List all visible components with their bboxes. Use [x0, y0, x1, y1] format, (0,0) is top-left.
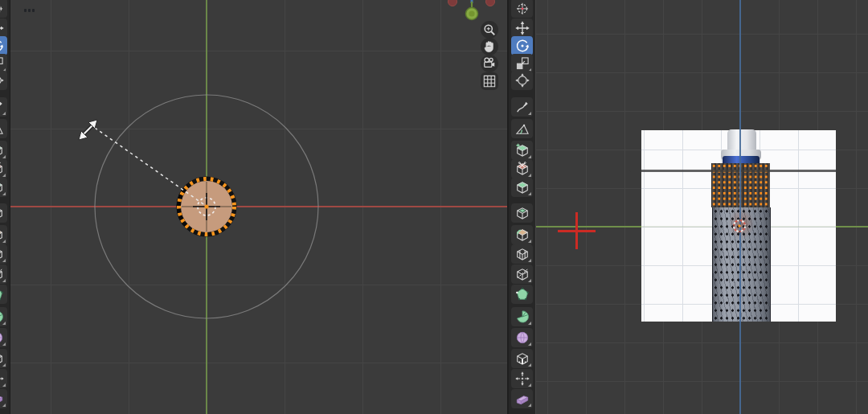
left-viewport-toolbar-clipped: [0, 0, 10, 414]
cursor-tool-button[interactable]: [0, 0, 7, 18]
spin-tool-button[interactable]: [511, 307, 533, 326]
magnifier-icon: [481, 22, 497, 38]
x-axis-red-line: [10, 206, 507, 207]
extrude-region-tool-button[interactable]: [511, 141, 533, 160]
inset-faces-icon: [514, 205, 530, 221]
measure-tool-button[interactable]: [511, 119, 533, 138]
shrink-fatten-icon: [0, 371, 5, 387]
extrude-region-icon: [514, 142, 530, 158]
rotate-tool-icon: [0, 38, 5, 54]
poly-build-icon: [514, 286, 530, 302]
edge-slide-icon: [514, 350, 530, 367]
transform-tool-button[interactable]: [0, 71, 7, 90]
bevel-tool-button[interactable]: [511, 178, 533, 197]
gizmo-x-dot[interactable]: [448, 0, 457, 6]
unselected-vertices-zone[interactable]: [712, 207, 771, 322]
knife-icon: [514, 266, 530, 282]
extrude-region-tool-button[interactable]: [0, 141, 7, 160]
gizmo-z-ball-core: [469, 10, 474, 16]
viewport-left-top-view[interactable]: [0, 0, 508, 414]
inset-faces-tool-button[interactable]: [511, 203, 533, 223]
knife-tool-button[interactable]: [0, 264, 7, 284]
spin-tool-button[interactable]: [0, 307, 7, 326]
shrink-fatten-tool-button[interactable]: [511, 369, 533, 388]
scale-tool-icon: [514, 55, 530, 72]
shear-tool-button[interactable]: [511, 389, 533, 408]
bevel-round-tool-button[interactable]: [0, 225, 7, 244]
transform-tool-button[interactable]: [511, 71, 533, 90]
extrude-region-icon: [0, 142, 5, 158]
camera-view-button[interactable]: [481, 55, 498, 72]
transform-tool-icon: [514, 72, 530, 88]
spin-icon: [514, 309, 530, 325]
scale-tool-icon: [0, 55, 5, 72]
cursor-tool-icon: [0, 0, 5, 16]
measure-tool-icon: [514, 121, 530, 137]
inset-faces-icon: [0, 205, 5, 221]
knife-icon: [0, 266, 5, 282]
bevel-icon: [514, 179, 530, 195]
spin-icon: [0, 309, 5, 325]
bisect-tool-button[interactable]: [511, 159, 533, 178]
loop-cut-tool-button[interactable]: [0, 244, 7, 264]
ortho-grid-button[interactable]: [481, 72, 498, 90]
zoom-button[interactable]: [481, 21, 498, 39]
y-axis-green-line-right: [836, 226, 868, 227]
move-tool-button[interactable]: [511, 18, 533, 38]
z-axis-green-line: [206, 0, 207, 414]
gizmo-x2-dot[interactable]: [486, 0, 495, 6]
annotate-tool-button[interactable]: [511, 97, 533, 117]
shear-tool-button[interactable]: [0, 389, 7, 408]
bevel-icon: [0, 179, 5, 195]
horizontal-reference-line: [630, 170, 854, 172]
viewport-right-front-view[interactable]: [509, 0, 868, 414]
edge-slide-icon: [0, 350, 5, 367]
blender-window: [0, 0, 868, 414]
poly-build-tool-button[interactable]: [511, 285, 533, 304]
bisect-tool-button[interactable]: [0, 159, 7, 178]
loop-cut-icon: [0, 246, 5, 262]
poly-build-tool-button[interactable]: [0, 285, 7, 304]
annotate-tool-button[interactable]: [0, 97, 7, 117]
bevel-tool-button[interactable]: [0, 178, 7, 197]
z-axis-blue-line: [739, 0, 741, 414]
inset-faces-tool-button[interactable]: [0, 203, 7, 223]
scissors-cube-icon: [0, 161, 5, 177]
edge-slide-tool-button[interactable]: [0, 349, 7, 368]
loop-cut-icon: [514, 246, 530, 262]
smooth-icon: [0, 330, 5, 346]
move-tool-button[interactable]: [0, 18, 7, 38]
cursor-tool-icon: [514, 0, 530, 16]
transform-tool-icon: [0, 72, 5, 88]
edge-slide-tool-button[interactable]: [511, 349, 533, 368]
bevel-round-tool-button[interactable]: [511, 225, 533, 244]
pan-button[interactable]: [481, 38, 498, 55]
shear-icon: [0, 391, 5, 407]
cursor-tool-button[interactable]: [511, 0, 533, 18]
hand-icon: [481, 39, 497, 55]
shrink-fatten-tool-button[interactable]: [0, 369, 7, 388]
annotate-tool-icon: [0, 99, 5, 115]
camera-icon: [481, 55, 497, 72]
shrink-fatten-icon: [514, 371, 530, 387]
grid-icon: [481, 73, 497, 89]
loop-cut-tool-button[interactable]: [511, 244, 533, 264]
smooth-tool-button[interactable]: [0, 328, 7, 347]
measure-tool-button[interactable]: [0, 119, 7, 138]
rotate-tool-button[interactable]: [511, 36, 533, 55]
annotate-tool-icon: [514, 99, 530, 115]
bevel-round-icon: [0, 227, 5, 243]
rotate-tool-button[interactable]: [0, 36, 7, 55]
gizmo-z-ball[interactable]: [466, 8, 478, 20]
clipped-header-text: [24, 0, 37, 4]
poly-build-icon: [0, 286, 5, 302]
smooth-icon: [514, 330, 530, 346]
knife-tool-button[interactable]: [511, 264, 533, 284]
smooth-tool-button[interactable]: [511, 328, 533, 347]
measure-tool-icon: [0, 121, 5, 137]
move-tool-icon: [514, 20, 530, 36]
rotate-tool-icon: [514, 38, 530, 54]
scissors-cube-icon: [514, 161, 530, 177]
y-axis-green-line-left: [535, 226, 641, 227]
toolbar: [509, 0, 535, 414]
